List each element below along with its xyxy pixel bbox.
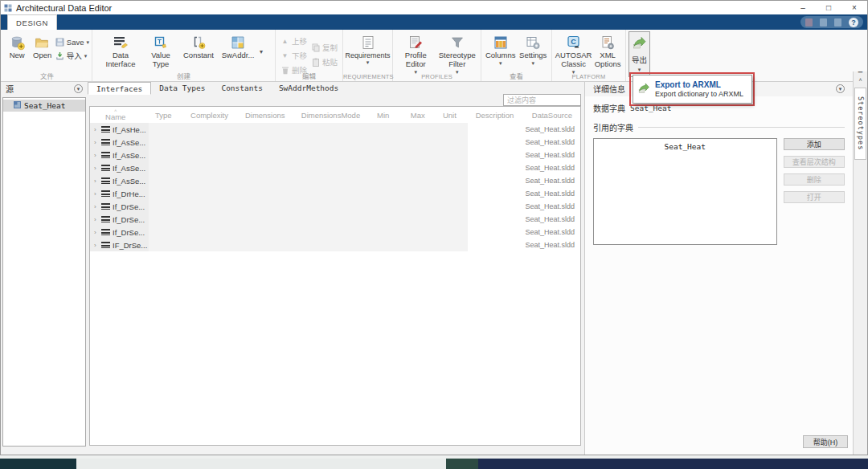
move-up-button[interactable]: ▲ 上移: [280, 35, 307, 47]
table-row[interactable]: › If_DrSe... Seat_Heat.sldd: [90, 200, 580, 213]
table-row[interactable]: › If_AsSe... Seat_Heat.sldd: [90, 136, 580, 149]
minimize-button[interactable]: –: [790, 2, 816, 14]
button-label: Stereotype Filter: [436, 51, 478, 69]
tab-interfaces[interactable]: Interfaces: [88, 82, 151, 95]
save-button[interactable]: Save ▾: [55, 38, 89, 47]
expand-chevron-icon[interactable]: ›: [94, 152, 101, 159]
collapse-chevron-icon[interactable]: ▼: [836, 84, 845, 93]
column-header[interactable]: Unit: [434, 111, 466, 120]
table-row[interactable]: › IF_DrSe... Seat_Heat.sldd: [90, 239, 580, 251]
table-row[interactable]: › If_AsSe... Seat_Heat.sldd: [90, 149, 580, 161]
table-row[interactable]: › If_DrSe... Seat_Heat.sldd: [90, 213, 580, 226]
quick-access-icon[interactable]: [834, 18, 841, 27]
quick-access-icon[interactable]: [805, 18, 813, 27]
stereotype-filter-button[interactable]: Stereotype Filter ▾: [436, 32, 478, 75]
view-hierarchy-button[interactable]: 查看层次结构: [784, 156, 845, 168]
taskbar-segment: [0, 459, 76, 469]
column-header[interactable]: Type: [141, 111, 186, 120]
expand-chevron-icon[interactable]: ›: [94, 229, 101, 236]
export-button[interactable]: 导出 ▾: [628, 31, 650, 77]
tab-data-types[interactable]: Data Types: [151, 82, 213, 95]
referenced-dictionary-list[interactable]: Seat_Heat: [593, 138, 777, 245]
expand-chevron-icon[interactable]: ›: [94, 216, 101, 223]
new-button[interactable]: New: [5, 32, 29, 60]
table-row[interactable]: › If_AsSe... Seat_Heat.sldd: [90, 161, 580, 174]
open-dictionary-button[interactable]: 打开: [784, 191, 845, 203]
table-row[interactable]: › If_AsSe... Seat_Heat.sldd: [90, 174, 580, 187]
column-header[interactable]: Name: [90, 109, 141, 121]
interface-icon: [101, 139, 110, 145]
copy-button[interactable]: 复制: [311, 42, 338, 53]
add-button[interactable]: 添加: [784, 138, 845, 150]
chevron-down-icon: ▾: [531, 60, 534, 66]
filter-input[interactable]: [503, 94, 581, 106]
tree-item-seat-heat[interactable]: Seat_Heat: [3, 100, 85, 112]
column-header[interactable]: Complexity: [186, 111, 233, 120]
table-row[interactable]: › If_DrHe... Seat_Heat.sldd: [90, 187, 580, 200]
button-label: New: [10, 51, 25, 60]
columns-button[interactable]: Columns ▾: [484, 32, 517, 66]
export-menu-title: Export to ARXML: [655, 80, 743, 90]
stereotypes-vertical-tab[interactable]: Stereotypes: [854, 88, 866, 160]
maximize-button[interactable]: □: [816, 2, 841, 14]
expand-chevron-icon[interactable]: ›: [94, 126, 101, 133]
profile-editor-button[interactable]: Profile Editor ▾: [395, 32, 436, 75]
column-header[interactable]: DataSource: [524, 111, 580, 120]
import-button[interactable]: 导入 ▾: [55, 50, 89, 61]
requirements-button[interactable]: Requirements ▾: [345, 32, 390, 65]
taskbar[interactable]: [0, 459, 868, 469]
move-down-icon: ▼: [280, 52, 289, 59]
interface-name: If_AsSe...: [113, 138, 145, 147]
profile-editor-icon: [407, 34, 424, 51]
button-label: AUTOSAR Classic: [555, 51, 592, 69]
paste-button[interactable]: 粘贴: [311, 56, 338, 67]
autosar-classic-button[interactable]: C AUTOSAR Classic ▾: [555, 32, 592, 75]
interfaces-table: NameTypeComplexityDimensionsDimensionsMo…: [89, 106, 581, 446]
app-icon: [4, 4, 12, 12]
export-menu-item[interactable]: Export to ARXML Export dictionary to ARX…: [633, 75, 752, 104]
data-source: Seat_Heat.sldd: [525, 177, 575, 185]
expand-chevron-icon[interactable]: ›: [94, 190, 101, 198]
expand-chevron-icon[interactable]: ›: [94, 139, 101, 146]
settings-button[interactable]: Settings ▾: [517, 32, 549, 66]
move-down-button[interactable]: ▼ 下移: [280, 50, 307, 61]
group-label-create: 创建: [92, 71, 275, 81]
gallery-overflow-button[interactable]: ▾: [258, 48, 264, 55]
button-label: Open: [33, 51, 51, 60]
help-button[interactable]: 帮助(H): [803, 435, 848, 448]
column-header[interactable]: Description: [465, 111, 524, 120]
collapse-chevron-icon[interactable]: ▼: [74, 84, 83, 93]
column-header[interactable]: Min: [365, 111, 402, 120]
table-row[interactable]: › If_AsHe... Seat_Heat.sldd: [90, 123, 580, 136]
swaddr-button[interactable]: SwAddr...: [218, 32, 258, 60]
delete-dictionary-button[interactable]: 删除: [784, 173, 845, 186]
constant-button[interactable]: Constant: [179, 32, 218, 60]
interface-icon: [101, 126, 110, 133]
tab-design[interactable]: DESIGN: [7, 14, 57, 30]
tree-item-label: Seat_Heat: [24, 101, 65, 110]
tab-swaddrmethods[interactable]: SwAddrMethods: [271, 82, 346, 95]
expand-chevron-icon[interactable]: ›: [94, 203, 101, 210]
ribbon-group-create: Data Interface Value Type Constant SwAdd…: [92, 30, 276, 81]
column-header[interactable]: Max: [402, 111, 434, 120]
open-button[interactable]: Open: [29, 32, 55, 60]
expand-chevron-icon[interactable]: ›: [94, 165, 101, 172]
tab-constants[interactable]: Constants: [213, 82, 270, 95]
column-header[interactable]: Dimensions: [233, 111, 297, 120]
collapse-panel-icon[interactable]: ▔˄: [857, 73, 865, 83]
group-label-requirements: REQUIREMENTS: [343, 73, 392, 81]
source-tree: Seat_Heat: [2, 97, 86, 447]
column-header[interactable]: DimensionsMode: [297, 111, 364, 120]
export-menu-subtitle: Export dictionary to ARXML: [655, 90, 743, 100]
value-type-button[interactable]: Value Type: [142, 32, 179, 69]
button-label: Settings: [519, 51, 547, 60]
close-button[interactable]: ×: [841, 2, 867, 14]
expand-chevron-icon[interactable]: ›: [94, 177, 101, 185]
help-icon[interactable]: ?: [849, 18, 858, 27]
table-row[interactable]: › If_DrSe... Seat_Heat.sldd: [90, 226, 580, 239]
quick-access-icon[interactable]: [820, 18, 827, 27]
xml-options-button[interactable]: XML Options: [592, 32, 623, 69]
data-interface-button[interactable]: Data Interface: [99, 32, 142, 69]
list-item[interactable]: Seat_Heat: [665, 142, 706, 151]
expand-chevron-icon[interactable]: ›: [94, 242, 101, 249]
